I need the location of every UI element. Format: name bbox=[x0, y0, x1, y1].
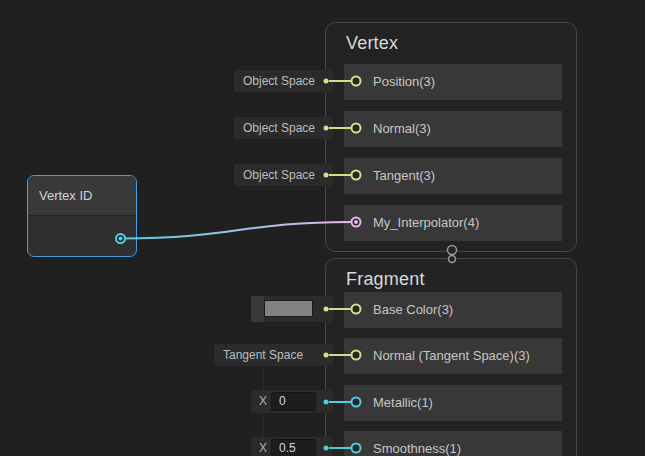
normal-tangent-space-port[interactable] bbox=[352, 351, 361, 360]
widget-port-dot bbox=[324, 126, 329, 131]
edge-and-port-layer bbox=[0, 0, 645, 456]
edge-vertexid-to-interpolator[interactable] bbox=[121, 222, 351, 239]
tangent-port[interactable] bbox=[352, 171, 361, 180]
shader-graph-canvas[interactable]: Vertex Position(3) Normal(3) Tangent(3) … bbox=[0, 0, 645, 456]
widget-port-dot bbox=[324, 173, 329, 178]
out-port-dot bbox=[119, 237, 123, 241]
widget-port-dot bbox=[324, 446, 329, 451]
widget-port-dot bbox=[324, 307, 329, 312]
position-port[interactable] bbox=[352, 77, 361, 86]
widget-port-dot bbox=[324, 353, 329, 358]
normal-port[interactable] bbox=[352, 124, 361, 133]
context-separator-handle-bottom[interactable] bbox=[449, 256, 456, 263]
widget-port-dot bbox=[324, 79, 329, 84]
context-separator-handle-top[interactable] bbox=[448, 246, 457, 255]
metallic-port[interactable] bbox=[352, 398, 361, 407]
smoothness-port[interactable] bbox=[352, 444, 361, 453]
my-interpolator-port-dot bbox=[354, 220, 358, 224]
base-color-port[interactable] bbox=[352, 305, 361, 314]
widget-port-dot bbox=[324, 400, 329, 405]
